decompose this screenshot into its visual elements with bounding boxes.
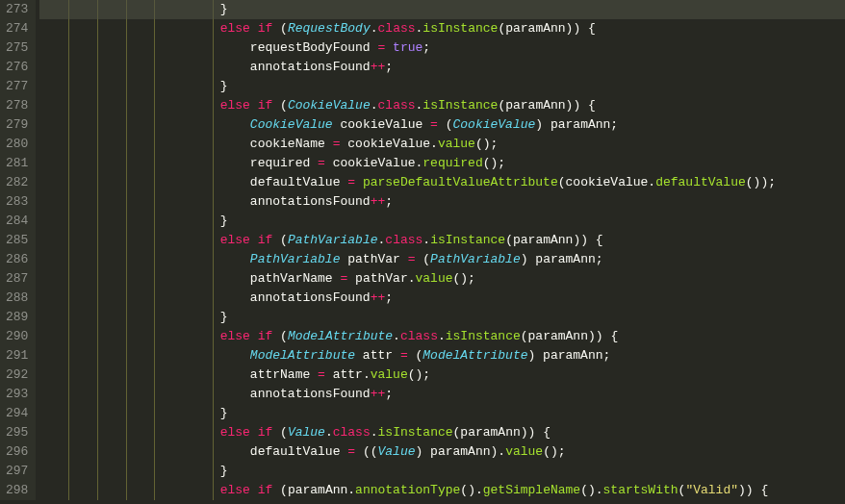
code-line[interactable]: annotationsFound++; <box>39 58 845 77</box>
token: (); <box>475 137 498 151</box>
token: required <box>250 156 318 170</box>
token: pathVarName <box>250 271 341 286</box>
token: ( <box>272 329 288 343</box>
token: value <box>438 137 475 151</box>
token: . <box>393 329 400 343</box>
code-line[interactable]: } <box>39 77 845 96</box>
token: = <box>400 348 408 363</box>
line-number-gutter: 2732742752762772782792802812822832842852… <box>0 0 36 500</box>
token: pathVar <box>340 252 407 266</box>
code-line[interactable]: ModelAttribute attr = (ModelAttribute) p… <box>39 346 845 365</box>
token: value <box>416 271 453 286</box>
line-number: 285 <box>6 231 28 250</box>
token: annotationsFound <box>250 290 371 305</box>
token: ) paramAnn; <box>535 117 618 132</box>
line-number: 280 <box>6 135 28 154</box>
token: (paramAnn)) { <box>498 98 595 113</box>
token <box>385 40 393 55</box>
code-line[interactable]: } <box>39 308 845 327</box>
code-line[interactable]: required = cookieValue.required(); <box>39 154 845 173</box>
line-number: 276 <box>6 58 28 77</box>
token: ( <box>416 252 431 266</box>
code-line[interactable]: annotationsFound++; <box>39 385 845 404</box>
token: value <box>371 367 408 382</box>
token <box>250 329 258 343</box>
token: ( <box>272 98 288 113</box>
code-line[interactable]: attrName = attr.value(); <box>39 365 845 385</box>
token: class <box>378 21 416 36</box>
line-number: 293 <box>6 385 28 404</box>
token: ModelAttribute <box>250 348 355 363</box>
code-line[interactable]: cookieName = cookieValue.value(); <box>39 135 845 154</box>
code-line[interactable]: defaultValue = parseDefaultValueAttribut… <box>39 173 845 192</box>
code-line[interactable]: defaultValue = ((Value) paramAnn).value(… <box>39 442 845 462</box>
token: attr. <box>325 367 371 382</box>
token: } <box>220 406 228 420</box>
token: = <box>408 252 416 266</box>
line-number: 275 <box>6 38 28 58</box>
line-number: 284 <box>6 212 28 231</box>
code-line[interactable]: annotationsFound++; <box>39 289 845 308</box>
token: value <box>505 444 543 459</box>
token: )) { <box>738 483 768 497</box>
token: ()); <box>746 175 776 189</box>
token: ; <box>422 40 430 55</box>
code-editor[interactable]: 2732742752762772782792802812822832842852… <box>0 0 845 500</box>
code-line[interactable]: } <box>39 212 845 231</box>
token: CookieValue <box>453 117 536 132</box>
token: getSimpleName <box>483 483 580 497</box>
token: (); <box>543 444 565 459</box>
code-line[interactable]: else if (RequestBody.class.isInstance(pa… <box>39 19 845 38</box>
token <box>250 98 258 113</box>
token: . <box>325 425 333 440</box>
code-line[interactable]: } <box>39 404 845 423</box>
token: else <box>220 233 250 247</box>
token: class <box>400 329 438 343</box>
token: annotationsFound <box>250 387 371 401</box>
token: if <box>258 425 273 440</box>
token: requestBodyFound <box>250 40 378 55</box>
code-line[interactable]: else if (ModelAttribute.class.isInstance… <box>39 327 845 346</box>
token: = <box>347 175 355 189</box>
token: (paramAnn)) { <box>498 21 595 36</box>
code-line[interactable]: else if (Value.class.isInstance(paramAnn… <box>39 423 845 442</box>
token: } <box>220 79 228 93</box>
code-line[interactable]: CookieValue cookieValue = (CookieValue) … <box>39 115 845 135</box>
token: isInstance <box>446 329 521 343</box>
token: ; <box>385 194 393 209</box>
token: else <box>220 329 250 343</box>
token: cookieValue <box>333 117 430 132</box>
token: attrName <box>250 367 318 382</box>
code-line[interactable]: annotationsFound++; <box>39 192 845 212</box>
token: isInstance <box>422 21 498 36</box>
token: } <box>220 214 228 228</box>
token: if <box>258 233 273 247</box>
token: (cookieValue. <box>558 175 655 189</box>
code-line[interactable]: } <box>39 0 845 19</box>
code-line[interactable]: else if (PathVariable.class.isInstance(p… <box>39 231 845 250</box>
code-line[interactable]: else if (CookieValue.class.isInstance(pa… <box>39 96 845 115</box>
code-line[interactable]: PathVariable pathVar = (PathVariable) pa… <box>39 250 845 269</box>
token: cookieValue. <box>325 156 422 170</box>
token: . <box>371 98 378 113</box>
code-area[interactable]: } else if (RequestBody.class.isInstance(… <box>36 0 845 500</box>
token: true <box>393 40 422 55</box>
token: (( <box>355 444 377 459</box>
line-number: 283 <box>6 192 28 212</box>
code-line[interactable]: else if (paramAnn.annotationType().getSi… <box>39 481 845 500</box>
token: = <box>318 367 325 382</box>
token: ; <box>385 387 393 401</box>
token: required <box>422 156 482 170</box>
token: = <box>430 117 438 132</box>
code-line[interactable]: } <box>39 462 845 481</box>
token: ( <box>408 348 423 363</box>
code-line[interactable]: requestBodyFound = true; <box>39 38 845 58</box>
line-number: 294 <box>6 404 28 423</box>
token <box>250 425 258 440</box>
code-line[interactable]: pathVarName = pathVar.value(); <box>39 269 845 289</box>
token: cookieName <box>250 137 333 151</box>
line-number: 296 <box>6 442 28 462</box>
token: ; <box>385 60 393 74</box>
token: isInstance <box>430 233 505 247</box>
token: if <box>258 21 273 36</box>
